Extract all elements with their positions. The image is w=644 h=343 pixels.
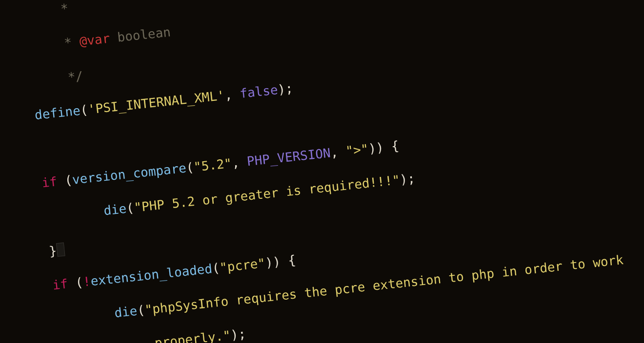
- phpdoc-tag: @var: [79, 31, 110, 49]
- comment-close: */: [60, 68, 84, 85]
- function-call: version_compare: [72, 161, 187, 187]
- string-literal: "5.2": [193, 156, 233, 174]
- code-editor-viewport[interactable]: * * @var boolean */ define('PSI_INTERNAL…: [20, 0, 644, 343]
- string-literal: "pcre": [219, 255, 266, 275]
- string-literal: 'PSI_INTERNAL_XML': [87, 88, 225, 116]
- string-literal: properly.": [146, 328, 231, 343]
- comment-star: *: [52, 1, 69, 17]
- keyword-if: if: [41, 174, 58, 191]
- string-literal: ">": [345, 141, 369, 158]
- function-call: extension_loaded: [90, 261, 213, 288]
- phpdoc-type: boolean: [109, 25, 172, 46]
- cursor-indicator: [56, 242, 65, 257]
- function-call: define: [34, 103, 81, 122]
- function-call: die: [103, 201, 127, 218]
- function-call: die: [114, 304, 138, 321]
- boolean-literal: false: [239, 82, 279, 101]
- keyword-if: if: [52, 276, 68, 292]
- constant: PHP_VERSION: [246, 146, 331, 169]
- string-literal: "PHP 5.2 or greater is required!!!": [133, 172, 401, 215]
